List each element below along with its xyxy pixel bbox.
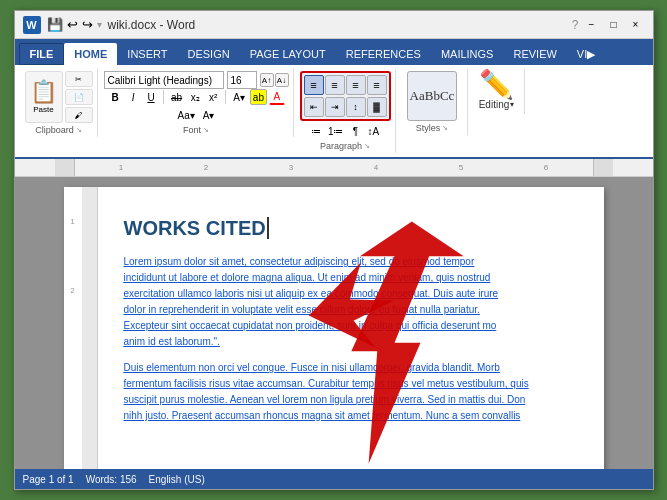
maximize-btn[interactable]: □: [605, 17, 623, 33]
font-group: A↑ A↓ B I U ab x₂ x² A▾ ab A: [100, 69, 294, 137]
tab-references[interactable]: REFERENCES: [336, 43, 431, 65]
clipboard-expand[interactable]: ↘: [76, 126, 82, 134]
increase-indent-button[interactable]: ⇥: [325, 97, 345, 117]
align-justify-button[interactable]: ≡: [367, 75, 387, 95]
styles-inner: AaBbCc: [402, 71, 463, 121]
paragraph-highlight-box: ≡ ≡ ≡ ≡ ⇤ ⇥ ↕ ▓: [300, 71, 391, 121]
paragraph-1[interactable]: Lorem ipsum dolor sit amet, consectetur …: [124, 254, 554, 350]
ruler-right-margin: [593, 159, 613, 176]
highlight-button[interactable]: ab: [250, 89, 267, 105]
document-area: 1 2 WORKS CITED Lorem ipsum dolor sit am…: [15, 177, 653, 469]
decrease-indent-button[interactable]: ⇤: [304, 97, 324, 117]
italic-button[interactable]: I: [125, 89, 141, 105]
save-quick-btn[interactable]: 💾: [47, 17, 63, 32]
shading-button[interactable]: ▓: [367, 97, 387, 117]
document-page: 1 2 WORKS CITED Lorem ipsum dolor sit am…: [64, 187, 604, 469]
paste-label: Paste: [33, 105, 53, 114]
title-bar: W 💾 ↩ ↪ ▾ wiki.docx - Word ? − □ ×: [15, 11, 653, 39]
tab-design[interactable]: DESIGN: [177, 43, 239, 65]
close-btn[interactable]: ×: [627, 17, 645, 33]
line-num-1: 1: [70, 217, 74, 226]
font-size-arrows: A↑ A↓: [260, 73, 289, 87]
line-spacing-button[interactable]: ↕: [346, 97, 366, 117]
styles-preview-text: AaBbCc: [410, 88, 455, 104]
window-title: wiki.docx - Word: [108, 18, 196, 32]
bold-button[interactable]: B: [107, 89, 123, 105]
paragraph-inner: ≡ ≡ ≡ ≡ ⇤ ⇥ ↕ ▓ ≔ 1≔ ¶ ↕A: [300, 71, 391, 139]
help-icon[interactable]: ?: [572, 18, 579, 32]
separator-1: [163, 90, 164, 104]
font-inner: A↑ A↓ B I U ab x₂ x² A▾ ab A: [104, 71, 289, 123]
align-center-button[interactable]: ≡: [325, 75, 345, 95]
font-size-increase[interactable]: A↑: [260, 73, 274, 87]
cut-button[interactable]: ✂: [65, 71, 93, 87]
text-effects-button[interactable]: A▾: [230, 89, 248, 105]
para-indent-row: ⇤ ⇥ ↕ ▓: [304, 97, 387, 117]
paste-button[interactable]: 📋 Paste: [25, 71, 63, 123]
styles-preview[interactable]: AaBbCc: [407, 71, 457, 121]
p1-text-3: exercitation ullamco laboris nisi ut ali…: [124, 288, 499, 299]
page-left-margin-indicator: [82, 187, 98, 469]
font-expand[interactable]: ↘: [203, 126, 209, 134]
p1-text-4: dolor in reprehenderit in voluptate veli…: [124, 304, 480, 315]
strikethrough-button[interactable]: ab: [168, 89, 185, 105]
tab-insert[interactable]: INSERT: [117, 43, 177, 65]
font-color-button[interactable]: A: [269, 89, 285, 105]
numbering-button[interactable]: 1≔: [325, 123, 347, 139]
ruler-mark-1: 1: [79, 163, 164, 172]
paragraph-label: Paragraph ↘: [320, 139, 370, 151]
p2-text-2: fermentum facilisis risus vitae accumsan…: [124, 378, 529, 389]
editing-label-row[interactable]: Editing ▾: [479, 99, 515, 110]
p2-text: Duis elementum non orci vel congue. Fusc…: [124, 362, 500, 373]
tab-page-layout[interactable]: PAGE LAYOUT: [240, 43, 336, 65]
ruler-left-margin: [55, 159, 75, 176]
para-marks-row: ≔ 1≔ ¶ ↕A: [308, 123, 382, 139]
ribbon-tabs: FILE HOME INSERT DESIGN PAGE LAYOUT REFE…: [15, 39, 653, 65]
ruler-mark-5: 5: [419, 163, 504, 172]
tab-review[interactable]: REVIEW: [503, 43, 566, 65]
p1-text: Lorem ipsum dolor sit amet, consectetur …: [124, 256, 475, 267]
editing-inner: ✏️ Editing ▾: [474, 71, 520, 110]
status-page: Page 1 of 1: [23, 474, 74, 485]
clipboard-small-btns: ✂ 📄 🖌: [65, 71, 93, 123]
clipboard-label: Clipboard ↘: [35, 123, 82, 135]
page-line-numbers: 1 2: [64, 187, 82, 469]
undo-quick-btn[interactable]: ↩: [67, 17, 78, 32]
align-left-button[interactable]: ≡: [304, 75, 324, 95]
paragraph-expand[interactable]: ↘: [364, 142, 370, 150]
subscript-button[interactable]: x₂: [187, 89, 203, 105]
paste-icon: 📋: [30, 81, 57, 103]
styles-label: Styles ↘: [416, 121, 449, 133]
tab-view[interactable]: VI▶: [567, 43, 605, 65]
paragraph-2[interactable]: Duis elementum non orci vel congue. Fusc…: [124, 360, 554, 424]
para-align-row: ≡ ≡ ≡ ≡: [304, 75, 387, 95]
paragraph-group: ≡ ≡ ≡ ≡ ⇤ ⇥ ↕ ▓ ≔ 1≔ ¶ ↕A: [296, 69, 396, 153]
tab-home[interactable]: HOME: [64, 43, 117, 65]
status-language: English (US): [149, 474, 205, 485]
tab-mailings[interactable]: MAILINGS: [431, 43, 504, 65]
font-size-decrease[interactable]: A↓: [275, 73, 289, 87]
font-name-input[interactable]: [104, 71, 224, 89]
format-painter-button[interactable]: 🖌: [65, 107, 93, 123]
tab-file[interactable]: FILE: [19, 43, 65, 65]
clipboard-btns: 📋 Paste ✂ 📄 🖌: [25, 71, 93, 123]
redo-quick-btn[interactable]: ↪: [82, 17, 93, 32]
copy-button[interactable]: 📄: [65, 89, 93, 105]
clipboard-inner: 📋 Paste ✂ 📄 🖌: [25, 71, 93, 123]
p2-text-3: suscipit purus molestie. Aenean vel lore…: [124, 394, 526, 405]
font-size-input[interactable]: [227, 71, 257, 89]
qa-dropdown[interactable]: ▾: [97, 19, 102, 30]
minimize-btn[interactable]: −: [583, 17, 601, 33]
paragraph-mark-button[interactable]: ¶: [347, 123, 363, 139]
underline-button[interactable]: U: [143, 89, 159, 105]
clear-formatting-button[interactable]: A▾: [200, 107, 218, 123]
bullets-button[interactable]: ≔: [308, 123, 324, 139]
sort-button[interactable]: ↕A: [364, 123, 382, 139]
ruler-mark-2: 2: [164, 163, 249, 172]
align-right-button[interactable]: ≡: [346, 75, 366, 95]
superscript-button[interactable]: x²: [205, 89, 221, 105]
ribbon-body: 📋 Paste ✂ 📄 🖌 Clipboard ↘: [15, 65, 653, 159]
styles-expand[interactable]: ↘: [442, 124, 448, 132]
change-case-button[interactable]: Aa▾: [175, 107, 198, 123]
font-label: Font ↘: [183, 123, 209, 135]
